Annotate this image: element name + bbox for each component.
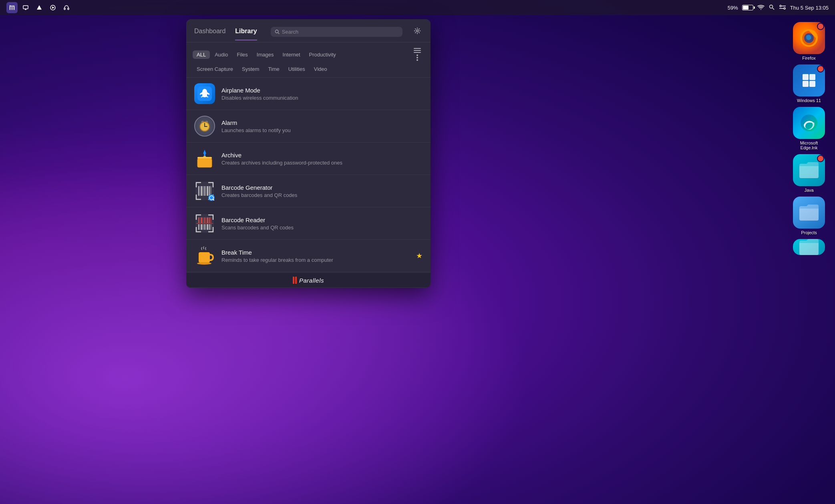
svg-rect-69 xyxy=(211,224,211,230)
panel-footer: Parallels xyxy=(186,272,431,288)
svg-rect-41 xyxy=(203,186,203,196)
filter-system[interactable]: System xyxy=(238,65,263,73)
archive-text: Archive Creates archives including passw… xyxy=(221,152,423,166)
tab-library[interactable]: Library xyxy=(235,28,257,40)
menubar-right: 59% Thu xyxy=(728,4,829,12)
svg-rect-22 xyxy=(803,81,809,87)
airplane-mode-icon xyxy=(194,83,215,104)
dock-item-windows11[interactable]: Windows 11 xyxy=(793,64,825,103)
archive-title: Archive xyxy=(221,152,423,159)
svg-rect-64 xyxy=(203,224,203,230)
svg-rect-45 xyxy=(209,186,210,196)
svg-rect-51 xyxy=(198,217,199,223)
projects-folder-icon xyxy=(793,197,825,229)
battery-icon xyxy=(742,5,753,10)
filter-time[interactable]: Time xyxy=(264,65,283,73)
list-item-barcode-reader[interactable]: Barcode Reader Scans barcodes and QR cod… xyxy=(186,207,431,240)
svg-rect-40 xyxy=(201,186,202,196)
headphones-menubar-icon[interactable] xyxy=(61,2,72,13)
svg-rect-67 xyxy=(207,224,208,230)
menubar: 59% Thu xyxy=(0,0,835,15)
filter-screen-capture[interactable]: Screen Capture xyxy=(193,65,237,73)
dock-item-firefox[interactable]: Firefox xyxy=(793,22,825,60)
tools-menubar-icon[interactable] xyxy=(6,2,18,13)
list-item-break-time[interactable]: Break Time Reminds to take regular break… xyxy=(186,240,431,272)
java-badge xyxy=(817,155,824,162)
svg-point-16 xyxy=(784,8,785,9)
tab-dashboard[interactable]: Dashboard xyxy=(194,28,225,40)
svg-marker-8 xyxy=(52,6,54,9)
menubar-left xyxy=(6,2,72,13)
filter-row-1: ALL Audio Files Images Internet Producti… xyxy=(193,46,424,62)
svg-rect-20 xyxy=(803,74,809,80)
control-center-icon[interactable] xyxy=(779,4,786,11)
svg-rect-55 xyxy=(204,217,205,223)
triangle-menubar-icon[interactable] xyxy=(34,2,45,13)
svg-line-26 xyxy=(278,33,279,34)
svg-rect-58 xyxy=(209,217,210,223)
svg-rect-46 xyxy=(211,186,211,196)
dock-item-java[interactable]: Java xyxy=(793,154,825,193)
win11-icon xyxy=(793,64,825,96)
filter-audio[interactable]: Audio xyxy=(211,50,232,59)
break-time-desc: Reminds to take regular breaks from a co… xyxy=(221,257,410,263)
dock-right: Firefox Windows 11 xyxy=(791,22,827,255)
break-time-star[interactable]: ★ xyxy=(416,251,423,260)
win11-label: Windows 11 xyxy=(797,98,821,103)
filter-images[interactable]: Images xyxy=(253,50,278,59)
wifi-icon xyxy=(757,4,765,11)
airplane-mode-title: Airplane Mode xyxy=(221,87,423,94)
svg-rect-1 xyxy=(12,6,12,10)
search-input[interactable] xyxy=(282,29,398,35)
svg-rect-10 xyxy=(68,8,69,10)
play-menubar-icon[interactable] xyxy=(47,2,58,13)
filter-utilities[interactable]: Utilities xyxy=(284,65,309,73)
list-item-alarm[interactable]: Alarm Launches alarms to notify you xyxy=(186,110,431,143)
svg-rect-63 xyxy=(201,224,202,230)
svg-rect-70 xyxy=(199,252,210,263)
break-time-title: Break Time xyxy=(221,249,410,256)
edge-label: Microsoft Edge.lnk xyxy=(791,141,827,150)
search-icon xyxy=(275,29,280,34)
svg-point-14 xyxy=(780,5,781,7)
svg-rect-23 xyxy=(809,81,815,87)
svg-rect-54 xyxy=(203,217,203,223)
dock-item-edge[interactable]: Microsoft Edge.lnk xyxy=(791,107,827,150)
parallels-logo: Parallels xyxy=(293,277,324,284)
svg-rect-62 xyxy=(200,224,200,230)
list-item-airplane-mode[interactable]: Airplane Mode Disables wireless communic… xyxy=(186,78,431,110)
svg-point-11 xyxy=(761,9,761,10)
svg-rect-56 xyxy=(206,217,206,223)
svg-rect-68 xyxy=(209,224,210,230)
java-label: Java xyxy=(804,188,813,193)
list-item-barcode-gen[interactable]: Barcode Generator Creates barcodes and Q… xyxy=(186,175,431,207)
dock-item-projects[interactable]: Projects xyxy=(793,197,825,235)
list-item-archive[interactable]: Archive Creates archives including passw… xyxy=(186,143,431,175)
dock-item-extra-folder[interactable] xyxy=(793,239,825,255)
screen-menubar-icon[interactable] xyxy=(20,2,31,13)
battery-percent-label: 59% xyxy=(728,5,738,11)
svg-rect-59 xyxy=(211,217,211,223)
java-folder-icon xyxy=(793,154,825,186)
parallels-brand-text: Parallels xyxy=(299,277,324,284)
svg-rect-53 xyxy=(201,217,202,223)
panel-header: Dashboard Library xyxy=(186,19,431,42)
filter-all[interactable]: ALL xyxy=(193,50,210,59)
firefox-icon xyxy=(793,22,825,54)
filter-files[interactable]: Files xyxy=(233,50,252,59)
filter-internet[interactable]: Internet xyxy=(278,50,304,59)
filter-menu-button[interactable] xyxy=(410,46,424,62)
gear-button[interactable] xyxy=(412,26,423,38)
filter-productivity[interactable]: Productivity xyxy=(305,50,340,59)
barcode-gen-desc: Creates barcodes and QR codes xyxy=(221,192,423,198)
svg-rect-9 xyxy=(64,8,65,10)
filter-video[interactable]: Video xyxy=(310,65,331,73)
search-menubar-icon[interactable] xyxy=(769,4,775,12)
svg-rect-21 xyxy=(809,74,815,80)
svg-rect-61 xyxy=(198,224,199,230)
svg-point-24 xyxy=(801,114,817,131)
svg-line-34 xyxy=(205,131,206,131)
barcode-reader-icon xyxy=(194,213,215,234)
barcode-gen-title: Barcode Generator xyxy=(221,184,423,191)
search-bar[interactable] xyxy=(271,27,402,37)
